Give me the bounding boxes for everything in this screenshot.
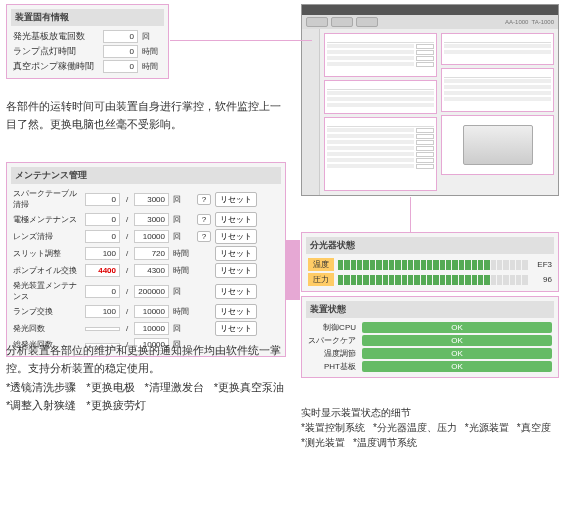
panel-title: 装置固有情報 [11, 9, 164, 26]
maint-row: スパークテーブル清掃0/3000回?リセット [11, 187, 281, 211]
row-current[interactable]: 0 [85, 213, 120, 226]
spectrometer-status-panel: 分光器状態 温度EF3圧力96 [301, 232, 559, 292]
row-label: 温度調節 [308, 348, 356, 359]
maintenance-panel: メンテナンス管理 スパークテーブル清掃0/3000回?リセット電極メンテナンス0… [6, 162, 286, 357]
info-row: 発光基板放電回数0回 [11, 29, 164, 44]
reset-button[interactable]: リセット [215, 246, 257, 261]
note-item: *更换疲劳灯 [86, 397, 145, 415]
status-ok: OK [362, 335, 552, 346]
reset-button[interactable]: リセット [215, 192, 257, 207]
row-unit: 回 [173, 323, 193, 334]
row-limit[interactable]: 4300 [134, 264, 169, 277]
maint-row: 発光装置メンテナンス0/200000回リセット [11, 279, 281, 303]
app-box [324, 80, 437, 114]
note-item: *分光器温度、压力 [373, 420, 457, 435]
row-unit: 回 [142, 31, 162, 42]
device-image [463, 125, 533, 165]
note-status: 实时显示装置状态的细节 *装置控制系统*分光器温度、压力*光源装置*真空度*测光… [301, 405, 559, 450]
connector-line [286, 240, 300, 300]
row-unit: 時間 [173, 265, 193, 276]
row-limit[interactable]: 720 [134, 247, 169, 260]
reset-button[interactable]: リセット [215, 212, 257, 227]
reset-button[interactable]: リセット [215, 263, 257, 278]
row-current[interactable]: 0 [85, 193, 120, 206]
app-window: AA-1000 TA-1000 [301, 4, 559, 196]
help-button[interactable]: ? [197, 214, 211, 225]
row-value: 0 [103, 30, 138, 43]
status-bar [338, 275, 528, 285]
row-unit: 時間 [173, 306, 193, 317]
row-label: ランプ点灯時間 [13, 45, 99, 58]
tab[interactable]: AA-1000 [505, 19, 528, 25]
status-bar [338, 260, 528, 270]
row-unit: 回 [173, 231, 193, 242]
row-current[interactable]: 0 [85, 285, 120, 298]
row-unit: 時間 [142, 46, 162, 57]
row-label: 真空ポンプ稼働時間 [13, 60, 99, 73]
maint-row: ランプ交換100/10000時間リセット [11, 303, 281, 320]
row-current[interactable]: 4400 [85, 264, 120, 277]
app-box [324, 33, 437, 77]
row-value: 96 [532, 275, 552, 284]
status-row: スパークケアOK [306, 334, 554, 347]
note-item: *更换电极 [86, 379, 134, 397]
tab[interactable]: TA-1000 [531, 19, 554, 25]
status-row: PHT基板OK [306, 360, 554, 373]
row-label: 発光回数 [13, 323, 81, 334]
row-value: 0 [103, 60, 138, 73]
reset-button[interactable]: リセット [215, 284, 257, 299]
sidebar [302, 29, 320, 195]
maint-row: レンズ清掃0/10000回?リセット [11, 228, 281, 245]
row-label: 発光装置メンテナンス [13, 280, 81, 302]
reset-button[interactable]: リセット [215, 229, 257, 244]
row-unit: 時間 [173, 248, 193, 259]
reset-button[interactable]: リセット [215, 304, 257, 319]
toolbar: AA-1000 TA-1000 [302, 15, 558, 29]
help-button[interactable]: ? [197, 231, 211, 242]
note-item: *测光装置 [301, 435, 345, 450]
note-item: *光源装置 [465, 420, 509, 435]
row-current[interactable]: 0 [85, 230, 120, 243]
row-label: レンズ清掃 [13, 231, 81, 242]
maint-row: 発光回数/10000回リセット [11, 320, 281, 337]
device-image-box [441, 115, 554, 175]
status-ok: OK [362, 322, 552, 333]
note-item: *温度调节系统 [353, 435, 417, 450]
help-button[interactable]: ? [197, 194, 211, 205]
maint-row: スリット調整100/720時間リセット [11, 245, 281, 262]
row-limit[interactable]: 3000 [134, 213, 169, 226]
row-limit[interactable]: 10000 [134, 322, 169, 335]
row-limit[interactable]: 10000 [134, 230, 169, 243]
toolbar-button[interactable] [306, 17, 328, 27]
row-current[interactable]: 100 [85, 247, 120, 260]
panel-title: 装置状態 [306, 301, 554, 318]
row-current[interactable]: 100 [85, 305, 120, 318]
info-row: 真空ポンプ稼働時間0時間 [11, 59, 164, 74]
row-label: 電極メンテナンス [13, 214, 81, 225]
info-row: ランプ点灯時間0時間 [11, 44, 164, 59]
panel-title: 分光器状態 [306, 237, 554, 254]
row-label: 制御CPU [308, 322, 356, 333]
row-unit: 回 [173, 194, 193, 205]
row-unit: 回 [173, 286, 193, 297]
reset-button[interactable]: リセット [215, 321, 257, 336]
row-current[interactable] [85, 327, 120, 331]
toolbar-button[interactable] [356, 17, 378, 27]
toolbar-button[interactable] [331, 17, 353, 27]
row-limit[interactable]: 10000 [134, 305, 169, 318]
row-label: 発光基板放電回数 [13, 30, 99, 43]
note-item: *调整入射狭缝 [6, 397, 76, 415]
row-unit: 時間 [142, 61, 162, 72]
note-text: 分析装置各部位的维护和更换的通知操作均由软件统一掌控。支持分析装置的稳定使用。 [6, 342, 286, 377]
row-limit[interactable]: 200000 [134, 285, 169, 298]
maint-row: ポンプオイル交換4400/4300時間リセット [11, 262, 281, 279]
status-ok: OK [362, 361, 552, 372]
row-unit: 回 [173, 214, 193, 225]
status-row: 温度調節OK [306, 347, 554, 360]
row-limit[interactable]: 3000 [134, 193, 169, 206]
row-label: ポンプオイル交換 [13, 265, 81, 276]
row-label: PHT基板 [308, 361, 356, 372]
note-item: *清理激发台 [145, 379, 204, 397]
connector-line [170, 40, 312, 41]
status-row: 制御CPUOK [306, 321, 554, 334]
